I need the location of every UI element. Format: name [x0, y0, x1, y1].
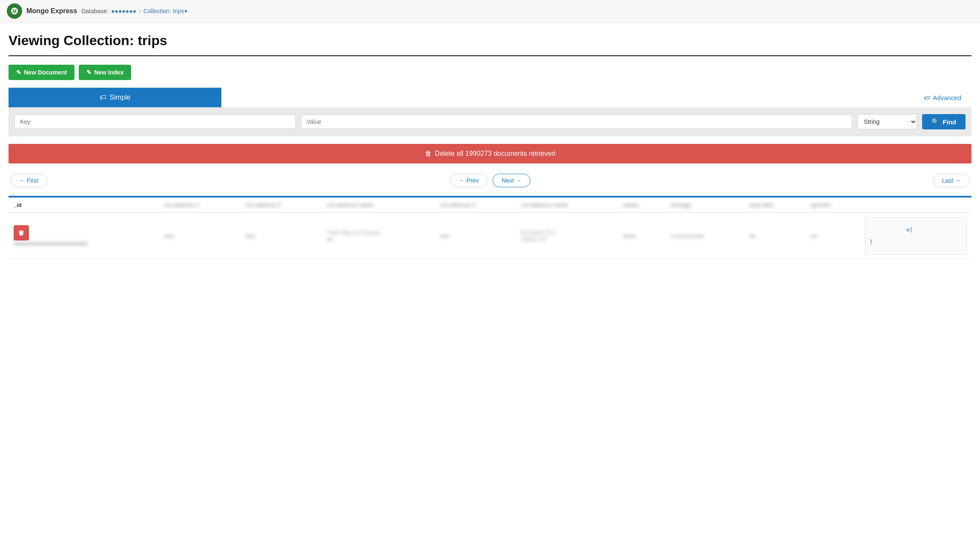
col-4: col address name: [321, 198, 435, 213]
tab-simple[interactable]: 🏷 Simple: [9, 88, 221, 107]
delete-row-button[interactable]: [14, 225, 29, 241]
pagination-center: ← Prev Next →: [450, 174, 530, 187]
pencil-icon-2: ✎: [86, 69, 92, 76]
col-2: col address 1: [159, 198, 240, 213]
col-10: geoinfo: [806, 198, 860, 213]
breadcrumb: Database: ●●●●●●● › Collection: trips▾: [81, 8, 187, 14]
cell-4: Trans Bay to Fremont●●: [321, 213, 435, 259]
col-7: status: [618, 198, 665, 213]
new-document-button[interactable]: ✎ New Document: [9, 65, 75, 80]
col-actions: [860, 198, 972, 213]
pagination: ← First ← Prev Next → Last →: [9, 174, 971, 187]
new-index-button[interactable]: ✎ New Index: [79, 65, 131, 80]
search-bar: String Number Boolean Object Array null …: [9, 107, 971, 136]
next-button[interactable]: Next →: [493, 174, 530, 187]
find-button[interactable]: 🔍 Find: [922, 114, 966, 129]
col-5: col address 4: [435, 198, 516, 213]
prev-button[interactable]: ← Prev: [450, 174, 488, 187]
col-8: carriage: [665, 198, 744, 213]
collection-table: _id col address 1 col address 2 col addr…: [9, 198, 971, 259]
json-edit-link[interactable]: e{: [906, 227, 912, 233]
cell-6: Encoded 70.5Station 20: [516, 213, 618, 259]
cell-json: e{ }: [860, 213, 972, 259]
col-9: stop date: [744, 198, 806, 213]
cell-9: ●●: [744, 213, 806, 259]
col-id: _id: [9, 198, 159, 213]
pencil-icon: ✎: [16, 69, 21, 76]
table-header-row: _id col address 1 col address 2 col addr…: [9, 198, 971, 213]
tag-icon-simple: 🏷: [100, 94, 106, 101]
collection-link[interactable]: Collection: trips▾: [143, 8, 187, 14]
title-divider: [9, 55, 971, 56]
key-input[interactable]: [14, 115, 296, 129]
database-label: Database:: [81, 8, 109, 14]
col-3: col address 2: [240, 198, 321, 213]
action-buttons: ✎ New Document ✎ New Index: [9, 65, 971, 80]
app-logo: M: [7, 3, 22, 19]
page-title: Viewing Collection: trips: [9, 33, 971, 49]
cell-2: ●●●: [159, 213, 240, 259]
navbar: M Mongo Express Database: ●●●●●●● › Coll…: [0, 0, 980, 23]
app-brand: Mongo Express: [26, 7, 77, 15]
json-preview[interactable]: e{ }: [865, 217, 967, 255]
col-6: col address name: [516, 198, 618, 213]
cell-5: ●●●: [435, 213, 516, 259]
value-input[interactable]: [301, 115, 853, 129]
search-icon: 🔍: [931, 118, 940, 126]
last-button[interactable]: Last →: [933, 174, 970, 187]
cell-8: Customer●●●: [665, 213, 744, 259]
main-content: Viewing Collection: trips ✎ New Document…: [0, 23, 980, 269]
cell-3: ●●●: [240, 213, 321, 259]
tag-icon-advanced: 🏷: [924, 94, 930, 101]
database-link[interactable]: ●●●●●●●: [111, 8, 136, 14]
search-tabs: 🏷 Simple 🏷 Advanced: [9, 88, 971, 107]
svg-text:M: M: [12, 9, 17, 14]
cell-10: ●●: [806, 213, 860, 259]
tab-advanced[interactable]: 🏷 Advanced: [914, 88, 971, 107]
type-select[interactable]: String Number Boolean Object Array null …: [857, 114, 917, 129]
first-button[interactable]: ← First: [10, 174, 47, 187]
cell-7: ●●●●: [618, 213, 665, 259]
trash-icon: 🗑: [425, 150, 432, 158]
breadcrumb-chevron: ›: [139, 8, 141, 14]
table-row: ●●●●●●●●●●●●●●●●●●●●●●●● ●●● ●●● Trans B…: [9, 213, 971, 259]
row-id-value: ●●●●●●●●●●●●●●●●●●●●●●●●: [14, 241, 154, 246]
delete-all-banner[interactable]: 🗑 Delete all 1990273 documents retrieved: [9, 144, 971, 163]
row-delete-cell: ●●●●●●●●●●●●●●●●●●●●●●●●: [9, 213, 159, 259]
trash-icon-row: [18, 229, 25, 236]
